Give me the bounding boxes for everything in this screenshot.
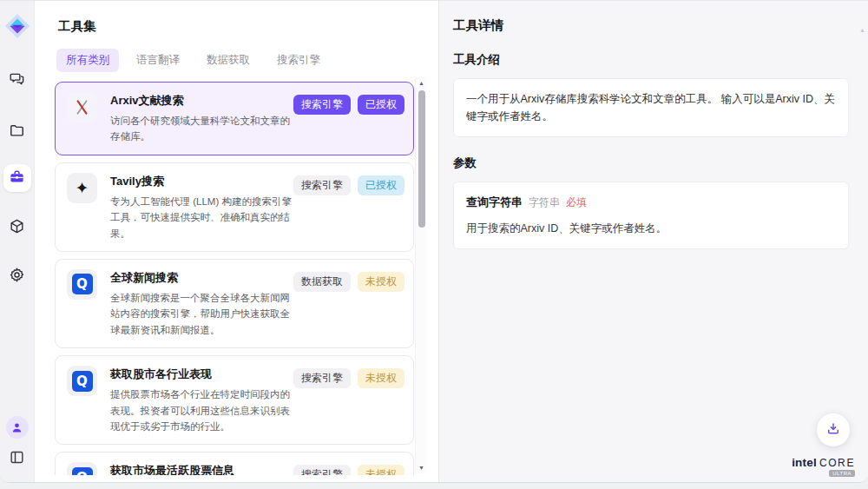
layout-panel-icon <box>9 449 25 468</box>
sidebar <box>0 1 35 482</box>
sidebar-item-tools[interactable] <box>3 164 31 192</box>
params-heading: 参数 <box>453 155 849 171</box>
tab-language-translation[interactable]: 语言翻译 <box>127 49 189 72</box>
page-title: 工具集 <box>58 18 438 35</box>
toolbox-icon <box>9 169 25 188</box>
status-badge: 已授权 <box>358 95 404 115</box>
tab-search-engine[interactable]: 搜索引擎 <box>267 49 330 72</box>
tool-list-scrollbar: ▲ ▼ <box>415 77 426 473</box>
sidebar-item-settings[interactable] <box>4 263 30 289</box>
intel-core-logo: intel core ultra <box>792 456 855 477</box>
q-logo-icon: Q <box>67 269 97 300</box>
tool-description: 提供股票市场各个行业在特定时间段内的表现。投资者可以利用这些信息来识别表现优于或… <box>110 387 293 434</box>
category-badge: 搜索引擎 <box>293 95 351 115</box>
parameter-type: 字符串 <box>529 195 560 211</box>
tool-intro-box: 一个用于从Arxiv存储库搜索科学论文和文章的工具。 输入可以是Arxiv ID… <box>453 78 849 137</box>
user-icon <box>6 416 29 439</box>
category-badge: 搜索引擎 <box>293 175 351 195</box>
arxiv-logo-icon <box>67 92 97 122</box>
sidebar-item-panel-toggle[interactable] <box>4 446 30 472</box>
cube-icon <box>9 218 25 237</box>
parameter-description: 用于搜索的Arxiv ID、关键字或作者姓名。 <box>466 220 836 237</box>
category-badge: 数据获取 <box>293 272 351 292</box>
parameter-box: 查询字符串 字符串 必填 用于搜索的Arxiv ID、关键字或作者姓名。 <box>453 182 849 249</box>
download-icon <box>825 421 841 439</box>
scroll-down-arrow-icon[interactable]: ▼ <box>416 465 427 471</box>
tool-card-tavily[interactable]: ✦ Tavily搜索 专为人工智能代理 (LLM) 构建的搜索引擎工具，可快速提… <box>55 162 414 252</box>
core-wordmark: core <box>819 457 855 469</box>
gear-icon <box>9 267 25 286</box>
tool-intro-text: 一个用于从Arxiv存储库搜索科学论文和文章的工具。 输入可以是Arxiv ID… <box>466 93 835 122</box>
tool-card-arxiv[interactable]: Arxiv文献搜索 访问各个研究领域大量科学论文和文章的存储库。 搜索引擎 已授… <box>55 82 414 155</box>
intel-wordmark: intel <box>792 456 817 469</box>
folder-icon <box>9 122 25 142</box>
tool-title: Tavily搜索 <box>110 174 293 189</box>
scroll-up-arrow-icon[interactable]: ▲ <box>416 80 427 86</box>
status-badge: 未授权 <box>358 465 404 475</box>
tool-title: 获取股市各行业表现 <box>110 367 293 382</box>
q-logo-icon: Q <box>67 462 97 475</box>
q-logo-icon: Q <box>67 366 97 396</box>
four-point-star-icon: ✦ <box>67 173 97 203</box>
tool-card-sector-performance[interactable]: Q 获取股市各行业表现 提供股票市场各个行业在特定时间段内的表现。投资者可以利用… <box>55 355 414 445</box>
tab-all-categories[interactable]: 所有类别 <box>56 49 119 72</box>
detail-scroll-up-arrow-icon[interactable]: ▲ <box>859 27 865 33</box>
tab-data-fetch[interactable]: 数据获取 <box>197 49 260 72</box>
tool-title: 获取市场最活跃股票信息 <box>110 463 293 475</box>
tool-description: 访问各个研究领域大量科学论文和文章的存储库。 <box>110 113 293 145</box>
scrollbar-thumb[interactable] <box>418 90 425 228</box>
tool-detail-panel: ▲ 工具详情 工具介绍 一个用于从Arxiv存储库搜索科学论文和文章的工具。 输… <box>438 1 868 482</box>
category-badge: 搜索引擎 <box>293 465 351 475</box>
tool-list: Arxiv文献搜索 访问各个研究领域大量科学论文和文章的存储库。 搜索引擎 已授… <box>55 82 414 475</box>
sidebar-item-files[interactable] <box>4 119 30 145</box>
tool-description: 专为人工智能代理 (LLM) 构建的搜索引擎工具，可快速提供实时、准确和真实的结… <box>110 194 293 241</box>
tools-panel: 工具集 所有类别 语言翻译 数据获取 搜索引擎 Arxiv文献搜索 访问各个研究… <box>35 1 438 482</box>
parameter-name: 查询字符串 <box>466 194 523 212</box>
status-badge: 未授权 <box>358 272 404 292</box>
required-label: 必填 <box>566 195 587 211</box>
status-badge: 已授权 <box>358 175 404 195</box>
download-button[interactable] <box>817 413 850 446</box>
category-badge: 搜索引擎 <box>293 368 351 388</box>
intro-heading: 工具介绍 <box>453 52 849 68</box>
sidebar-item-packages[interactable] <box>4 215 30 241</box>
tool-description: 全球新闻搜索是一个聚合全球各大新闻网站内容的搜索引擎，帮助用户快速获取全球最新资… <box>110 290 293 338</box>
tool-title: Arxiv文献搜索 <box>110 93 293 109</box>
ultra-badge: ultra <box>829 470 855 477</box>
detail-title: 工具详情 <box>453 17 849 34</box>
category-tabs: 所有类别 语言翻译 数据获取 搜索引擎 <box>56 49 438 72</box>
sidebar-item-chat[interactable] <box>4 67 30 93</box>
sidebar-item-account[interactable] <box>4 414 30 440</box>
tool-card-active-stocks[interactable]: Q 获取市场最活跃股票信息 提供当天交易量最高的股票列表，投资者可以利用这些信息… <box>55 452 414 475</box>
chat-icon <box>9 70 25 89</box>
tool-title: 全球新闻搜索 <box>110 270 293 286</box>
tool-card-global-news[interactable]: Q 全球新闻搜索 全球新闻搜索是一个聚合全球各大新闻网站内容的搜索引擎，帮助用户… <box>55 259 414 348</box>
app-logo-icon[interactable] <box>4 13 30 39</box>
app-window: 工具集 所有类别 语言翻译 数据获取 搜索引擎 Arxiv文献搜索 访问各个研究… <box>0 0 868 483</box>
status-badge: 未授权 <box>358 368 404 388</box>
